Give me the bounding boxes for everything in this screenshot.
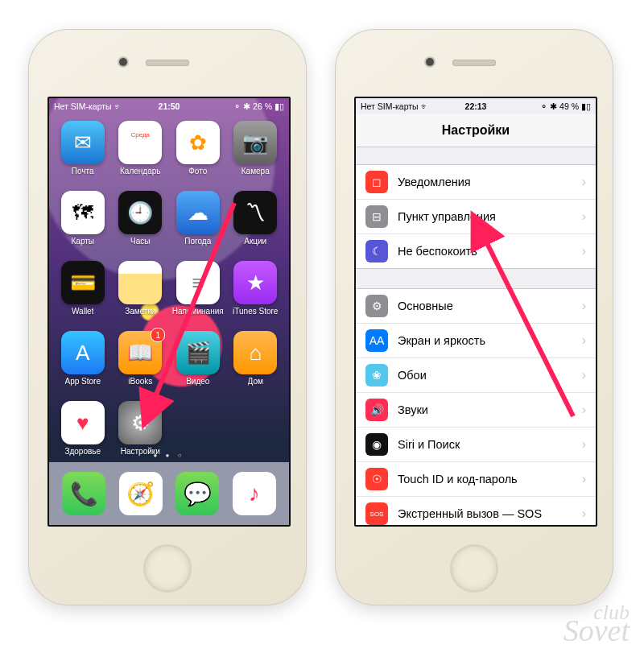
row-label: Экстренный вызов — SOS [398,507,572,520]
front-camera [426,58,434,66]
front-camera [119,58,127,66]
settings-row-control-center[interactable]: ⊟Пункт управления› [356,200,596,234]
camera-icon[interactable]: 📷 [233,121,277,164]
settings-row-do-not-disturb[interactable]: ☾Не беспокоить› [356,234,596,268]
stocks-icon[interactable]: 〽 [233,191,277,234]
app-mail[interactable]: ✉Почта [55,121,111,191]
row-label: Siri и Поиск [398,438,572,451]
phone-frame-right: Нет SIM-карты ᯤ 22:13 ⚬ ✱ 49 % ▮▯ Настро… [335,29,613,605]
app-label: iBooks [128,377,152,386]
app-label: Календарь [120,167,160,176]
phone-frame-left: Нет SIM-карты ᯤ 21:50 ⚬ ✱ 26 % ▮▯ ✉Почта… [28,29,307,605]
calendar-date: 4 [135,138,145,156]
app-clock[interactable]: 🕘Часы [112,191,168,261]
calendar-icon[interactable]: Среда4 [118,121,162,164]
settings-screen: Нет SIM-карты ᯤ 22:13 ⚬ ✱ 49 % ▮▯ Настро… [354,97,597,527]
home-button[interactable] [143,544,192,593]
settings-icon[interactable]: ⚙ [118,401,162,444]
app-maps[interactable]: 🗺Карты [55,191,111,261]
do-not-disturb-icon: ☾ [365,240,388,262]
clock: 22:13 [433,101,518,111]
wifi-icon: ᯤ [421,101,430,111]
app-calendar[interactable]: Среда4Календарь [112,121,168,191]
home-screen: Нет SIM-карты ᯤ 21:50 ⚬ ✱ 26 % ▮▯ ✉Почта… [47,97,291,527]
app-label: Дом [248,377,263,386]
app-itunes[interactable]: ★iTunes Store [227,261,283,331]
earpiece [146,60,189,66]
dock: 📞🧭💬♪ [49,462,289,525]
app-health[interactable]: ♥Здоровье [55,401,111,471]
settings-row-sos[interactable]: SOSЭкстренный вызов — SOS› [356,497,596,525]
app-photos[interactable]: ✿Фото [170,121,226,191]
maps-icon[interactable]: 🗺 [61,191,105,234]
app-settings[interactable]: ⚙Настройки [112,401,168,471]
settings-row-display[interactable]: AAЭкран и яркость› [356,324,596,358]
wallet-icon[interactable]: 💳 [61,261,105,304]
settings-row-notifications[interactable]: ◻Уведомления› [356,165,596,200]
badge: 1 [151,328,165,342]
app-label: Видео [186,377,209,386]
sounds-icon: 🔊 [365,399,388,421]
mail-icon[interactable]: ✉ [61,121,105,164]
weather-icon[interactable]: ☁ [176,191,220,234]
app-camera[interactable]: 📷Камера [227,121,283,191]
row-label: Обои [398,369,572,382]
chevron-right-icon: › [582,437,586,452]
dock-safari[interactable]: 🧭 [119,472,163,515]
app-label: Погода [184,237,211,246]
health-icon[interactable]: ♥ [61,401,105,444]
row-label: Уведомления [398,176,572,188]
settings-row-touchid[interactable]: ☉Touch ID и код-пароль› [356,462,596,497]
itunes-icon[interactable]: ★ [233,261,277,304]
app-label: Wallet [72,307,93,316]
wallpaper-icon: ❀ [365,364,388,386]
app-weather[interactable]: ☁Погода [170,191,226,261]
status-bar: Нет SIM-карты ᯤ 22:13 ⚬ ✱ 49 % ▮▯ [356,98,596,114]
sos-icon: SOS [365,502,388,525]
settings-row-wallpaper[interactable]: ❀Обои› [356,358,596,393]
battery-icon: ▮▯ [581,101,591,111]
home-button[interactable] [450,544,498,593]
clock: 21:50 [126,101,212,111]
dock-phone[interactable]: 📞 [62,472,105,515]
settings-row-general[interactable]: ⚙Основные› [356,289,596,324]
page-dots: ● ● ○ [49,452,289,459]
chevron-right-icon: › [582,403,586,417]
reminders-icon[interactable]: ≡ [176,261,220,304]
settings-list[interactable]: ◻Уведомления›⊟Пункт управления›☾Не беспо… [356,164,596,525]
app-reminders[interactable]: ≡Напоминания [170,261,226,331]
app-wallet[interactable]: 💳Wallet [55,261,111,331]
general-icon: ⚙ [365,295,388,317]
clock-icon[interactable]: 🕘 [118,191,162,234]
home-icon[interactable]: ⌂ [233,331,277,374]
notes-icon[interactable] [118,261,162,304]
app-appstore[interactable]: AApp Store [55,331,111,401]
watermark-line2: Sovet [564,620,630,642]
app-grid: ✉ПочтаСреда4Календарь✿Фото📷Камера🗺Карты🕘… [49,116,289,457]
videos-icon[interactable]: 🎬 [176,331,220,374]
app-label: Часы [130,237,150,246]
display-icon: AA [365,329,388,352]
appstore-icon[interactable]: A [61,331,105,374]
chevron-right-icon: › [582,333,586,348]
control-center-icon: ⊟ [365,205,388,228]
app-notes[interactable]: Заметки [112,261,168,331]
dock-music[interactable]: ♪ [233,472,276,515]
carrier-label: Нет SIM-карты [54,101,112,111]
siri-icon: ◉ [365,433,388,456]
settings-row-siri[interactable]: ◉Siri и Поиск› [356,428,596,462]
app-stocks[interactable]: 〽Акции [227,191,283,261]
photos-icon[interactable]: ✿ [176,121,220,164]
app-home[interactable]: ⌂Дом [227,331,283,401]
ibooks-icon[interactable]: 📖1 [118,331,162,374]
carrier-label: Нет SIM-карты [361,101,419,111]
settings-row-sounds[interactable]: 🔊Звуки› [356,393,596,428]
bluetooth-icon: ⚬ ✱ [540,101,557,111]
dock-messages[interactable]: 💬 [175,472,219,515]
app-videos[interactable]: 🎬Видео [170,331,226,401]
battery-label: 49 % [559,101,579,111]
app-label: Напоминания [172,307,224,316]
watermark: club Sovet [564,605,630,642]
app-ibooks[interactable]: 📖1iBooks [112,331,168,401]
canvas: Нет SIM-карты ᯤ 21:50 ⚬ ✱ 26 % ▮▯ ✉Почта… [0,0,644,653]
